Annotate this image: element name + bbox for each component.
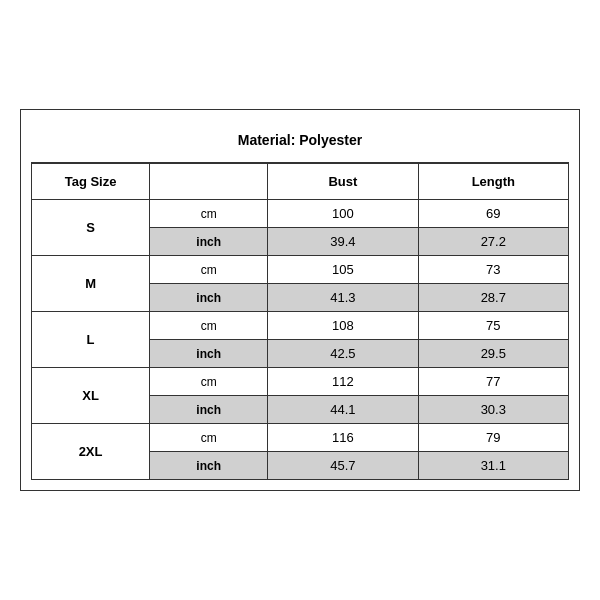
unit-inch-cell: inch xyxy=(150,228,268,256)
col-unit-header xyxy=(150,164,268,200)
unit-cm-cell: cm xyxy=(150,312,268,340)
chart-title: Material: Polyester xyxy=(31,120,569,163)
length-inch-value: 28.7 xyxy=(418,284,568,312)
bust-cm-value: 108 xyxy=(268,312,418,340)
bust-cm-value: 105 xyxy=(268,256,418,284)
bust-cm-value: 116 xyxy=(268,424,418,452)
tag-size-cell: 2XL xyxy=(32,424,150,480)
table-row: Mcm10573 xyxy=(32,256,569,284)
bust-inch-value: 44.1 xyxy=(268,396,418,424)
length-cm-value: 77 xyxy=(418,368,568,396)
bust-cm-value: 100 xyxy=(268,200,418,228)
col-length: Length xyxy=(418,164,568,200)
bust-inch-value: 41.3 xyxy=(268,284,418,312)
bust-cm-value: 112 xyxy=(268,368,418,396)
length-cm-value: 69 xyxy=(418,200,568,228)
length-cm-value: 75 xyxy=(418,312,568,340)
length-cm-value: 73 xyxy=(418,256,568,284)
unit-cm-cell: cm xyxy=(150,200,268,228)
unit-cm-cell: cm xyxy=(150,368,268,396)
size-chart-container: Material: Polyester Tag Size Bust Length… xyxy=(20,109,580,491)
tag-size-cell: L xyxy=(32,312,150,368)
table-row: Lcm10875 xyxy=(32,312,569,340)
table-row: Scm10069 xyxy=(32,200,569,228)
length-inch-value: 29.5 xyxy=(418,340,568,368)
length-cm-value: 79 xyxy=(418,424,568,452)
length-inch-value: 31.1 xyxy=(418,452,568,480)
size-table: Tag Size Bust Length Scm10069inch39.427.… xyxy=(31,163,569,480)
bust-inch-value: 42.5 xyxy=(268,340,418,368)
unit-cm-cell: cm xyxy=(150,424,268,452)
header-row: Tag Size Bust Length xyxy=(32,164,569,200)
unit-inch-cell: inch xyxy=(150,340,268,368)
unit-inch-cell: inch xyxy=(150,452,268,480)
unit-cm-cell: cm xyxy=(150,256,268,284)
unit-inch-cell: inch xyxy=(150,396,268,424)
table-row: XLcm11277 xyxy=(32,368,569,396)
bust-inch-value: 45.7 xyxy=(268,452,418,480)
tag-size-cell: M xyxy=(32,256,150,312)
length-inch-value: 30.3 xyxy=(418,396,568,424)
table-row: 2XLcm11679 xyxy=(32,424,569,452)
tag-size-cell: S xyxy=(32,200,150,256)
unit-inch-cell: inch xyxy=(150,284,268,312)
col-tag-size: Tag Size xyxy=(32,164,150,200)
bust-inch-value: 39.4 xyxy=(268,228,418,256)
tag-size-cell: XL xyxy=(32,368,150,424)
length-inch-value: 27.2 xyxy=(418,228,568,256)
col-bust: Bust xyxy=(268,164,418,200)
